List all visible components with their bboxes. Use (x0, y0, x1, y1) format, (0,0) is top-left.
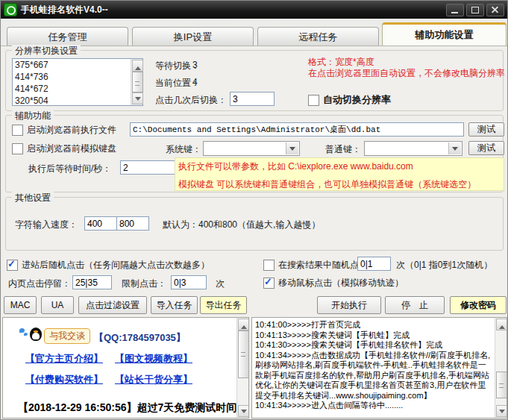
hint-detail: 在点击浏览器里面自动设置，不会修改电脑分辨率 (308, 68, 506, 79)
move-mouse-checkbox[interactable] (263, 278, 275, 289)
sim-keyboard-checkbox[interactable] (12, 143, 23, 154)
random-click-label: 进站后随机点击（任务间隔越大点击次数越多） (22, 259, 210, 272)
tab-task-management[interactable]: 任务管理 (7, 27, 128, 46)
run-file-checkbox[interactable] (12, 125, 23, 136)
random-click-checkbox[interactable] (7, 260, 18, 271)
limit-suffix: 次 (216, 278, 225, 290)
search-random-suffix: 次（0|1 指0到1次随机） (396, 259, 492, 272)
stop-button[interactable]: 停 止 (385, 296, 445, 314)
log-line: 10:41:30>>>>>搜索关键词【手机蛙排名软件】完成 (255, 340, 492, 351)
resolution-hint-text: 格式：宽度*高度 在点击浏览器里面自动设置，不会修改电脑分辨率 (308, 57, 506, 79)
run-file-option[interactable]: 启动浏览器前执行文件 (12, 124, 116, 136)
stay-label: 内页点击停留： (8, 278, 71, 290)
link-official-homepage[interactable]: 【官方主页介绍】 (25, 352, 103, 366)
auto-switch-label: 自动切换分辨率 (323, 93, 391, 107)
chevron-down-icon[interactable] (448, 142, 461, 154)
maximize-button[interactable] (466, 4, 484, 16)
resolution-item[interactable]: 414*672 (13, 83, 142, 95)
scroll-down-icon[interactable] (496, 405, 507, 417)
char-speed-input-1[interactable] (84, 216, 117, 231)
resolution-group: 分辨率切换设置 375*667 414*736 414*672 320*504 … (5, 50, 504, 111)
auto-switch-checkbox[interactable] (308, 95, 319, 106)
stay-input[interactable] (72, 275, 112, 289)
search-random-input[interactable] (357, 257, 391, 271)
link-video-tutorial[interactable]: 【图文视频教程】 (115, 352, 192, 366)
move-mouse-option[interactable]: 移动鼠标点击（模拟移动轨迹） (263, 277, 404, 289)
resolution-listbox[interactable]: 375*667 414*736 414*672 320*504 (12, 58, 143, 106)
random-click-option[interactable]: 进站后随机点击（任务间隔越大点击次数越多） (7, 259, 210, 271)
mac-button[interactable]: MAC (4, 296, 37, 314)
test-keyboard-button[interactable]: 测试 (468, 141, 504, 155)
link-webmaster-share[interactable]: 【站长干货分享】 (115, 373, 192, 386)
log-line: 10:41:13>>>>>搜索关键词【手机蛙】完成 (255, 330, 492, 341)
app-logo-icon (4, 3, 17, 16)
chat-bubble-icon (24, 333, 28, 336)
resolution-item[interactable]: 414*736 (13, 71, 142, 83)
resolution-item[interactable]: 375*667 (13, 59, 142, 71)
titlebar[interactable]: 手机蛙排名软件V4.0-- (1, 1, 507, 19)
search-random-option[interactable]: 在搜索结果中随机点击 (263, 259, 368, 271)
scrollbar-thumb[interactable] (496, 372, 507, 398)
tab-assist-settings[interactable]: 辅助功能设置 (382, 22, 507, 46)
import-task-button[interactable]: 导入任务 (151, 296, 198, 314)
limit-label: 限制点击： (122, 278, 166, 290)
run-file-label: 启动浏览器前执行文件 (27, 124, 116, 137)
system-key-select[interactable] (203, 141, 300, 156)
info-panel-scrollbar[interactable] (236, 318, 248, 418)
minimize-button[interactable] (446, 4, 464, 16)
change-password-button[interactable]: 修改密码 (450, 296, 507, 314)
log-panel-scrollbar[interactable] (495, 318, 507, 418)
click-filter-button[interactable]: 点击过滤设置 (78, 296, 147, 314)
link-buy-software[interactable]: 【付费购买软件】 (25, 373, 103, 386)
qq-chat-badge[interactable]: 与我交谈 (44, 328, 90, 344)
move-mouse-label: 移动鼠标点击（模拟移动轨迹） (278, 277, 404, 289)
limit-input[interactable] (171, 275, 207, 289)
ua-button[interactable]: UA (41, 296, 74, 314)
close-button[interactable] (486, 4, 504, 16)
sim-keyboard-option[interactable]: 启动浏览器前模拟键盘 (12, 142, 116, 154)
note-line-2: 模拟键盘 可以系统键和普通键组合，也可以单独模拟普通键（系统键选空） (175, 173, 504, 191)
char-speed-hint: 默认为：400和800（值越大,输入越慢） (163, 219, 320, 231)
scrollbar-thumb[interactable] (132, 72, 143, 93)
window-controls (446, 4, 507, 16)
tab-remote-tasks[interactable]: 远程任务 (257, 27, 379, 46)
info-panel: 与我交谈 【QQ:1784597035】 【官方主页介绍】 【图文视频教程】 【… (2, 317, 249, 419)
assist-note: 执行文件可以带参数，比如 C:\iexplore.exe www.baidu.c… (175, 157, 504, 191)
search-random-label: 在搜索结果中随机点击 (278, 259, 368, 272)
window-title: 手机蛙排名软件V4.0-- (21, 4, 108, 16)
chevron-down-icon[interactable] (286, 142, 298, 154)
minimize-icon (451, 12, 458, 13)
tab-bar: 任务管理 换IP设置 远程任务 辅助功能设置 (1, 19, 507, 46)
scroll-up-icon[interactable] (132, 60, 143, 72)
test-run-file-button[interactable]: 测试 (468, 122, 504, 137)
sim-keyboard-label: 启动浏览器前模拟键盘 (27, 142, 116, 155)
app-window: 手机蛙排名软件V4.0-- 任务管理 换IP设置 远程任务 辅助功能设置 分辨率… (0, 0, 508, 420)
scroll-down-icon[interactable] (238, 405, 249, 417)
qq-penguin-icon[interactable] (30, 327, 42, 341)
wait-after-input[interactable] (120, 160, 181, 175)
start-button[interactable]: 开始执行 (317, 296, 381, 314)
tab-change-ip[interactable]: 换IP设置 (132, 27, 254, 46)
resolution-item[interactable]: 320*504 (13, 95, 142, 107)
qq-number: 【QQ:1784597035】 (94, 331, 186, 345)
scroll-up-icon[interactable] (238, 319, 249, 330)
export-task-button[interactable]: 导出任务 (200, 296, 247, 314)
log-panel[interactable]: 10:41:00>>>>>打开首页完成 10:41:13>>>>>搜索关键词【手… (251, 317, 507, 419)
char-speed-input-2[interactable] (116, 216, 149, 231)
normal-key-select[interactable] (364, 141, 462, 156)
char-speed-label: 字符输入速度： (15, 219, 78, 231)
normal-key-label: 普通键： (325, 143, 361, 156)
search-random-checkbox[interactable] (263, 260, 275, 271)
scroll-up-icon[interactable] (496, 319, 507, 330)
run-file-path-input[interactable] (130, 122, 464, 137)
trial-expired-text: 【2018-12-29 16:50:56】超过7天免费测试时间 (18, 401, 236, 415)
clicks-before-switch-input[interactable] (230, 92, 275, 106)
scrollbar-thumb[interactable] (238, 330, 249, 378)
system-key-label: 系统键： (166, 143, 201, 156)
wait-after-label: 执行后等待时间/秒： (28, 163, 111, 175)
other-settings-group: 其他设置 字符输入速度： 默认为：400和800（值越大,输入越慢） (5, 197, 504, 251)
note-line-1: 执行文件可以带参数，比如 C:\iexplore.exe www.baidu.c… (175, 158, 504, 173)
listbox-scrollbar[interactable] (131, 59, 142, 105)
auto-switch-resolution-option[interactable]: 自动切换分辨率 (308, 94, 391, 106)
scroll-down-icon[interactable] (132, 93, 143, 104)
